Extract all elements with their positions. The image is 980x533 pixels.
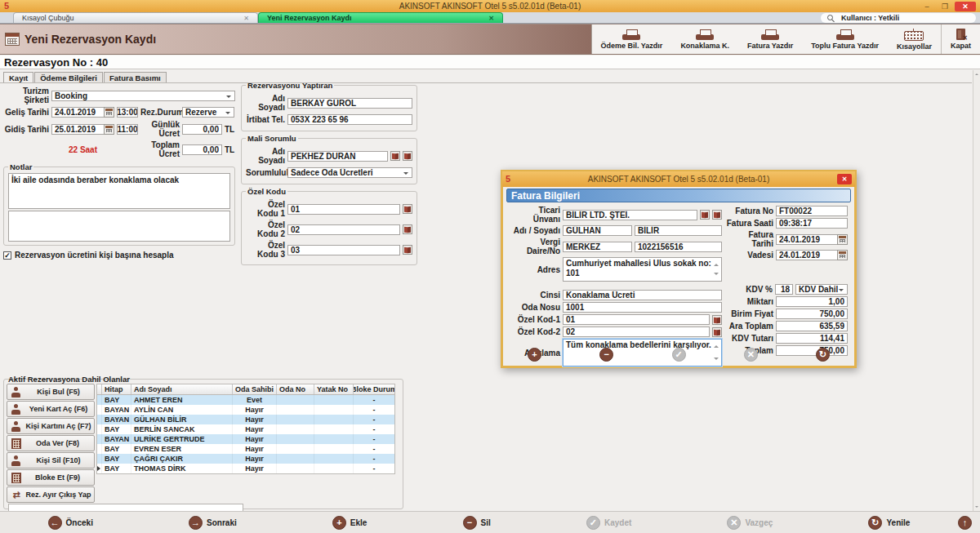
oda-ver-button[interactable]: Oda Ver (F8) <box>7 435 95 451</box>
minimize-button[interactable]: – <box>919 2 935 11</box>
lookup-book-icon[interactable] <box>712 327 722 337</box>
kisi-sil-button[interactable]: Kişi Sil (F10) <box>7 452 95 469</box>
gunluk-ucret-field[interactable]: 0,00 <box>182 124 222 135</box>
gidis-tarihi-value[interactable]: 25.01.2019 <box>51 124 104 135</box>
cinsi-field[interactable]: Konaklama Ücreti <box>563 290 722 300</box>
ozel-kodu-2-field[interactable]: 02 <box>287 224 400 235</box>
scroll-down-icon[interactable] <box>714 273 719 278</box>
gidis-tarihi-field[interactable]: 25.01.2019 <box>51 124 114 135</box>
kisi-basina-checkbox[interactable]: ✓ <box>3 251 11 260</box>
tab-close-icon[interactable]: ✕ <box>488 15 494 22</box>
print-payment-button[interactable]: Ödeme Bil. Yazdır <box>592 24 672 54</box>
mali-adi-field[interactable]: PEKHEZ DURAN <box>287 151 388 162</box>
lookup-book-icon[interactable] <box>403 245 412 255</box>
onceki-button[interactable]: ← Önceki <box>48 516 93 530</box>
scroll-up-icon[interactable] <box>714 261 719 266</box>
lookup-book-icon[interactable] <box>390 151 400 161</box>
vergi-no-field[interactable]: 1022156516 <box>635 242 722 252</box>
print-invoice-button[interactable]: Fatura Yazdır <box>738 24 802 54</box>
lookup-book-icon[interactable] <box>712 210 722 220</box>
fatura-tarihi-value[interactable]: 24.01.2019 <box>776 234 837 245</box>
sonraki-button[interactable]: → Sonraki <box>189 516 237 530</box>
turizm-sirketi-select[interactable]: Booking <box>51 91 235 101</box>
refresh-line-button[interactable]: ↻ <box>816 348 830 362</box>
add-line-button[interactable]: + <box>528 348 541 362</box>
sil-button[interactable]: − Sil <box>463 516 491 530</box>
adi-field[interactable]: GÜLHAN <box>563 225 632 236</box>
lookup-book-icon[interactable] <box>712 315 722 325</box>
tab-close-icon[interactable]: ✕ <box>243 15 249 22</box>
col-hitap[interactable]: Hitap <box>102 384 131 394</box>
calendar-picker-icon[interactable] <box>837 234 848 245</box>
kdv-oran-field[interactable]: 18 <box>775 284 793 295</box>
adres-textarea[interactable]: Cumhuriyet mahallesi Ulus sokak no: 101 <box>563 257 722 282</box>
table-row[interactable]: BAYAN GÜLHAN BİLİR Hayır - <box>97 415 394 424</box>
ozel-kodu-1-field[interactable]: 01 <box>287 204 400 215</box>
vergi-daire-field[interactable]: MERKEZ <box>563 242 632 252</box>
kdv-tutari-field[interactable]: 114,41 <box>776 333 848 344</box>
fatura-tarihi-field[interactable]: 24.01.2019 <box>776 234 848 245</box>
scroll-top-button[interactable]: ↑ <box>958 516 972 530</box>
bloke-et-button[interactable]: Bloke Et (F9) <box>7 469 95 486</box>
yaptiran-adi-field[interactable]: BERKAY GÜROL <box>287 98 412 109</box>
dialog-close-button[interactable]: ✕ <box>837 174 852 184</box>
col-bloke-durum[interactable]: Bloke Durum <box>354 384 394 394</box>
maximize-button[interactable]: ❐ <box>937 2 953 11</box>
fatura-no-field[interactable]: FT00022 <box>776 206 848 216</box>
remove-line-button[interactable]: − <box>599 348 613 362</box>
rez-ayir-cikis-button[interactable]: ⇄ Rez. Ayır Çıkış Yap <box>7 486 95 503</box>
lookup-book-icon[interactable] <box>403 204 412 214</box>
ekle-button[interactable]: + Ekle <box>332 516 368 530</box>
ozel-kod-2-field[interactable]: 02 <box>563 326 710 337</box>
vadesi-value[interactable]: 24.01.2019 <box>776 250 837 260</box>
tab-odeme-bilgileri[interactable]: Ödeme Bilgileri <box>34 72 103 82</box>
lookup-book-icon[interactable] <box>700 210 710 220</box>
table-row[interactable]: BAY EVREN ESER Hayır - <box>97 444 394 454</box>
print-bulk-invoice-button[interactable]: Toplu Fatura Yazdır <box>802 24 888 54</box>
tab-yeni-rezervasyon[interactable]: Yeni Rezervasyon Kaydı ✕ <box>258 12 503 23</box>
soyadi-field[interactable]: BİLİR <box>635 225 722 236</box>
col-oda-sahibi[interactable]: Oda Sahibi <box>233 384 277 394</box>
notlar-textarea[interactable]: İki aile odasında beraber konaklama olac… <box>8 173 230 209</box>
rez-durum-select[interactable]: Rezerve <box>182 107 234 118</box>
col-oda-no[interactable]: Oda No <box>277 384 314 394</box>
kisi-bul-button[interactable]: Kişi Bul (F5) <box>7 384 95 400</box>
ozel-kodu-3-field[interactable]: 03 <box>287 245 400 255</box>
calendar-picker-icon[interactable] <box>837 250 848 260</box>
table-row[interactable]: BAY BERLİN SANCAK Hayır - <box>97 424 394 434</box>
close-button[interactable]: ✕ <box>955 2 976 11</box>
lookup-book-icon[interactable] <box>403 151 412 161</box>
col-adi-soyadi[interactable]: Adı Soyadı <box>131 384 233 394</box>
lookup-book-icon[interactable] <box>403 224 412 234</box>
vadesi-field[interactable]: 24.01.2019 <box>776 250 848 260</box>
table-row[interactable]: BAY ÇAĞRI ÇAKIR Hayır - <box>97 454 394 464</box>
fatura-saati-field[interactable]: 09:38:17 <box>776 218 848 229</box>
kdv-tip-select[interactable]: KDV Dahil <box>795 284 848 295</box>
gelis-saat-field[interactable]: 13:00 <box>117 107 138 118</box>
tab-kayit[interactable]: Kayıt <box>3 72 33 82</box>
shortcuts-button[interactable]: Kısayollar <box>888 24 941 54</box>
vertical-scrollbar[interactable] <box>973 70 980 511</box>
table-row[interactable]: BAYAN AYLİN CAN Hayır - <box>97 405 394 415</box>
calendar-picker-icon[interactable] <box>104 124 114 135</box>
tab-fatura-basimi[interactable]: Fatura Basımı <box>104 72 167 82</box>
table-row-current[interactable]: BAY THOMAS DİRK Hayır - <box>97 464 394 473</box>
notlar-textarea-2[interactable] <box>8 211 230 242</box>
oda-nosu-field[interactable]: 1001 <box>563 302 722 313</box>
toplam-ucret-field[interactable]: 0,00 <box>182 144 222 155</box>
sorumluluk-select[interactable]: Sadece Oda Ücretleri <box>287 167 412 178</box>
yeni-kart-ac-button[interactable]: Yeni Kart Aç (F6) <box>7 401 95 417</box>
ozel-kod-1-field[interactable]: 01 <box>563 314 710 325</box>
ticari-unvani-field[interactable]: BİLİR LTD. ŞTEİ. <box>563 210 697 220</box>
calendar-picker-icon[interactable] <box>104 107 114 118</box>
table-row[interactable]: BAYAN ULRİKE GERTRUDE Hayır - <box>97 434 394 444</box>
col-yatak-no[interactable]: Yatak No <box>314 384 354 394</box>
birim-fiyat-field[interactable]: 750,00 <box>776 309 848 319</box>
yenile-button[interactable]: ↻ Yenile <box>868 516 910 530</box>
ara-toplam-field[interactable]: 635,59 <box>776 321 848 331</box>
irtibat-tel-field[interactable]: 053X 223 65 96 <box>287 114 412 125</box>
table-row[interactable]: BAY AHMET EREN Evet - <box>97 395 394 405</box>
tab-kisayol-cubugu[interactable]: Kısayol Çubuğu ✕ <box>13 12 258 23</box>
gelis-tarihi-field[interactable]: 24.01.2019 <box>51 107 114 118</box>
search-icon[interactable] <box>827 15 835 22</box>
